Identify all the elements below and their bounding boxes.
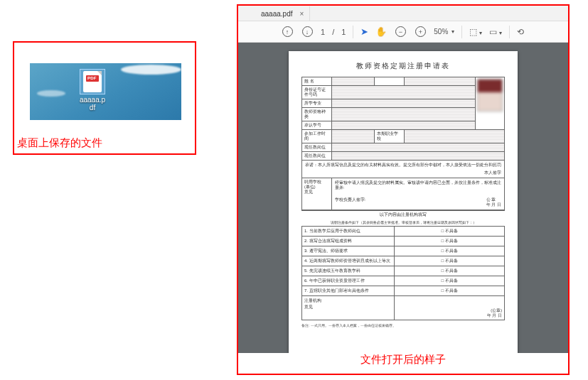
pdf-viewport[interactable]: 教师资格定期注册申请表 姓 名 身份证号证件号码 所学专业 教师资格种类 承认学…	[238, 43, 568, 353]
rotate-icon[interactable]: ⟲	[517, 27, 524, 37]
left-caption: 桌面上保存的文件	[17, 136, 102, 150]
right-caption: 文件打开后的样子	[238, 353, 568, 367]
form-table: 姓 名 身份证号证件号码 所学专业 教师资格种类 承认学号 参加工作时间本期职业…	[301, 77, 505, 210]
tab-document[interactable]: aaaaa.pdf ×	[255, 6, 310, 21]
zoom-in-button[interactable]: +	[414, 26, 427, 38]
tab-close-icon[interactable]: ×	[300, 10, 304, 18]
pointer-tool-icon[interactable]: ➤	[360, 26, 368, 37]
tab-bar: aaaaa.pdf ×	[238, 6, 568, 21]
page-down-button[interactable]: ↓	[301, 26, 314, 38]
doc-footnote: 备注: 一式只用。一份存入本人档案，一份由任证核发确存。	[301, 323, 505, 327]
pdf-page: 教师资格定期注册申请表 姓 名 身份证号证件号码 所学专业 教师资格种类 承认学…	[289, 51, 518, 353]
mid-banner: 以下内容由注册机构填写	[301, 210, 505, 219]
desktop-file-icon[interactable]: aaaaa.pdf	[78, 69, 107, 112]
doc-title: 教师资格定期注册申请表	[301, 61, 505, 71]
tab-title: aaaaa.pdf	[261, 10, 293, 18]
page-total: 1	[341, 28, 346, 36]
page-up-button[interactable]: ↑	[281, 26, 294, 38]
pdf-viewer-panel: aaaaa.pdf × ↑ ↓ 1 / 1 ➤ ✋ − + 50% ⬚ ▭ ⟲ …	[237, 4, 570, 375]
view-mode-icon[interactable]: ▭	[489, 27, 502, 37]
page-separator: /	[332, 28, 334, 36]
page-current[interactable]: 1	[321, 28, 325, 36]
desktop-file-label: aaaaa.pdf	[78, 96, 107, 112]
fit-width-icon[interactable]: ⬚	[469, 27, 482, 37]
desktop-wallpaper: aaaaa.pdf	[30, 63, 181, 120]
zoom-out-button[interactable]: −	[394, 26, 407, 38]
hand-tool-icon[interactable]: ✋	[375, 26, 387, 37]
checklist-table: 1. 当前教学后应用于教师岗位□ 不具备 2. 填写合法填写组成资料□ 不具备 …	[301, 226, 505, 320]
pdf-toolbar: ↑ ↓ 1 / 1 ➤ ✋ − + 50% ⬚ ▭ ⟲	[238, 21, 568, 43]
pdf-icon	[83, 71, 102, 92]
photo-box	[477, 79, 503, 112]
zoom-level-dropdown[interactable]: 50%	[434, 28, 454, 36]
